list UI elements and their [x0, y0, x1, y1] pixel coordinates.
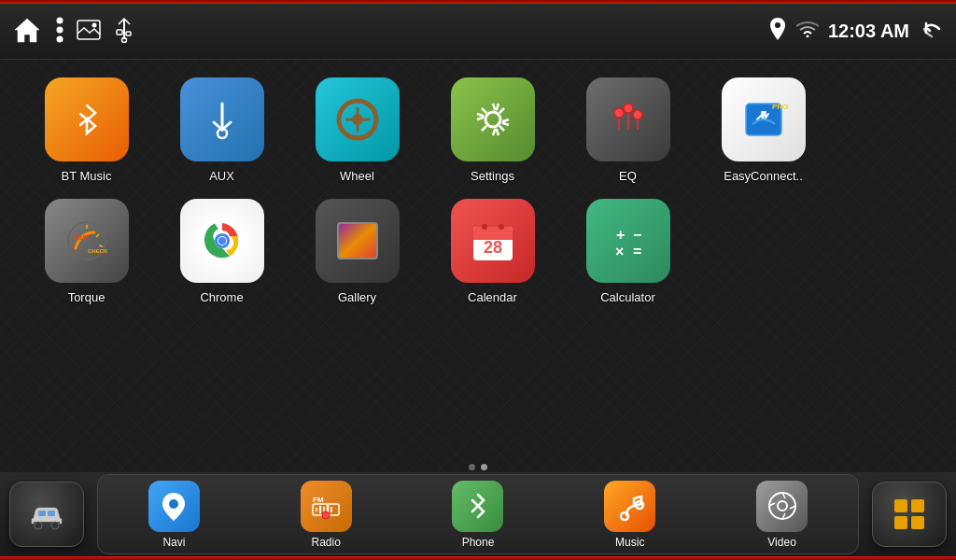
dock: Navi FM Radio Phone	[0, 472, 956, 556]
svg-text:PRO: PRO	[772, 103, 788, 111]
svg-point-72	[769, 493, 795, 519]
app-easyconnect[interactable]: PRO EasyConnect..	[696, 69, 831, 190]
svg-text:CHECK: CHECK	[88, 248, 108, 254]
svg-point-22	[485, 112, 500, 127]
app-icon-settings	[451, 77, 535, 161]
svg-text:OBD: OBD	[73, 234, 88, 241]
app-aux[interactable]: AUX	[154, 69, 289, 190]
svg-rect-78	[894, 499, 907, 512]
svg-point-1	[57, 26, 63, 33]
svg-point-27	[624, 104, 633, 113]
status-bar: 12:03 AM	[0, 4, 956, 60]
app-label-torque: Torque	[68, 290, 105, 304]
app-label-bt-music: BT Music	[62, 169, 112, 183]
usb-icon	[114, 17, 134, 47]
svg-point-28	[633, 110, 642, 119]
grid-button[interactable]	[872, 482, 947, 547]
svg-point-0	[57, 17, 63, 23]
bottom-border	[0, 556, 956, 560]
app-settings[interactable]: Settings	[425, 69, 560, 190]
dock-label-navi: Navi	[162, 536, 185, 549]
app-icon-gallery	[316, 199, 400, 283]
main-area: ♪ BT Music AUX Wheel	[0, 60, 956, 476]
svg-rect-57	[38, 511, 46, 516]
dock-music[interactable]: Music	[588, 481, 672, 549]
dock-phone[interactable]: Phone	[436, 481, 520, 549]
app-gallery[interactable]: Gallery	[289, 190, 425, 312]
app-chrome[interactable]: Chrome	[154, 190, 289, 312]
svg-rect-48	[483, 225, 486, 229]
app-wheel[interactable]: Wheel	[289, 69, 425, 190]
svg-point-4	[92, 22, 97, 27]
app-calendar[interactable]: 28 Calendar	[425, 190, 560, 312]
app-icon-torque: OBD CHECK	[45, 199, 129, 283]
svg-point-73	[778, 501, 787, 511]
svg-point-59	[35, 522, 42, 529]
app-torque[interactable]: OBD CHECK Torque	[19, 190, 154, 312]
app-grid: ♪ BT Music AUX Wheel	[0, 60, 956, 321]
svg-rect-7	[126, 32, 131, 35]
app-bt-music[interactable]: ♪ BT Music	[19, 69, 154, 190]
menu-dots-icon[interactable]	[56, 17, 63, 47]
dock-icon-navi	[148, 481, 200, 532]
svg-text:=: =	[633, 244, 641, 259]
svg-rect-6	[117, 30, 122, 35]
dock-label-radio: Radio	[312, 536, 341, 549]
svg-rect-80	[894, 516, 907, 529]
car-button[interactable]	[9, 482, 84, 547]
app-label-calendar: Calendar	[468, 290, 517, 304]
svg-rect-49	[499, 225, 503, 229]
status-right: 12:03 AM	[768, 16, 945, 47]
dock-navi[interactable]: Navi	[132, 481, 216, 549]
clock-time: 12:03 AM	[828, 21, 909, 42]
svg-point-70	[621, 512, 628, 520]
svg-point-26	[614, 108, 624, 118]
dock-label-music: Music	[615, 536, 644, 549]
app-label-chrome: Chrome	[200, 290, 243, 304]
svg-text:×: ×	[615, 244, 624, 259]
app-eq[interactable]: EQ	[560, 69, 696, 190]
dock-left-side	[0, 474, 93, 554]
app-label-gallery: Gallery	[338, 290, 376, 304]
page-dots	[0, 464, 956, 470]
svg-point-69	[322, 511, 330, 519]
svg-rect-81	[911, 516, 924, 529]
app-label-eq: EQ	[619, 169, 637, 183]
app-label-aux: AUX	[209, 169, 234, 183]
app-icon-chrome	[180, 199, 264, 283]
svg-point-8	[122, 37, 127, 42]
svg-rect-32	[761, 111, 766, 117]
page-dot-1[interactable]	[469, 464, 475, 470]
svg-rect-58	[48, 511, 55, 516]
dock-label-phone: Phone	[462, 536, 495, 549]
svg-point-61	[169, 499, 178, 509]
svg-point-39	[218, 237, 226, 245]
dock-icon-video	[756, 481, 808, 532]
dock-video[interactable]: Video	[740, 481, 824, 549]
svg-point-2	[57, 35, 63, 42]
status-left	[11, 14, 134, 49]
svg-point-10	[806, 35, 808, 38]
svg-rect-41	[338, 223, 377, 259]
app-label-settings: Settings	[471, 169, 514, 183]
svg-text:−: −	[633, 227, 641, 243]
back-icon[interactable]	[919, 16, 945, 47]
page-dot-2[interactable]	[481, 464, 487, 470]
svg-point-9	[775, 22, 780, 28]
dock-icon-music	[604, 481, 655, 532]
dock-label-video: Video	[767, 536, 795, 549]
app-icon-aux	[180, 77, 264, 161]
app-label-wheel: Wheel	[340, 169, 374, 183]
svg-point-17	[352, 114, 363, 125]
app-calculator[interactable]: + − × = Calculator	[560, 190, 696, 312]
app-icon-bt-music: ♪	[45, 77, 129, 161]
svg-text:FM: FM	[313, 496, 324, 504]
home-icon[interactable]	[11, 14, 43, 49]
app-icon-easyconnect: PRO	[722, 77, 806, 161]
dock-icon-phone	[452, 481, 503, 532]
svg-rect-79	[911, 499, 924, 512]
image-icon	[77, 20, 101, 44]
dock-radio[interactable]: FM Radio	[284, 481, 368, 549]
app-label-easyconnect: EasyConnect..	[724, 169, 803, 183]
app-icon-calculator: + − × =	[586, 199, 670, 283]
